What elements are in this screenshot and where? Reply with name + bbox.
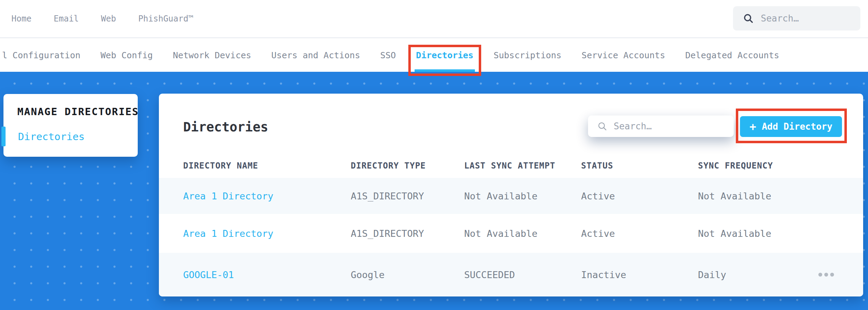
topnav-item-home[interactable]: Home bbox=[11, 14, 32, 24]
top-nav: Home Email Web PhishGuard™ bbox=[0, 0, 868, 38]
last-sync-value: SUCCEEDED bbox=[464, 269, 515, 280]
table-row: Area 1 Directory A1S_DIRECTORY Not Avail… bbox=[159, 214, 863, 253]
tab-email-configuration[interactable]: l Configuration bbox=[2, 50, 80, 60]
active-tab-underline bbox=[415, 69, 475, 72]
page-title: Directories bbox=[183, 120, 268, 135]
tab-directories[interactable]: Directories bbox=[416, 50, 474, 60]
column-header-directory-type: DIRECTORY TYPE bbox=[351, 161, 426, 171]
add-directory-button[interactable]: + Add Directory bbox=[740, 116, 842, 137]
directory-type-value: A1S_DIRECTORY bbox=[351, 228, 424, 239]
topnav-item-email[interactable]: Email bbox=[54, 14, 79, 24]
topnav-item-phishguard[interactable]: PhishGuard™ bbox=[138, 14, 193, 24]
plus-icon: + bbox=[750, 121, 756, 132]
column-header-sync-frequency: SYNC FREQUENCY bbox=[698, 161, 773, 171]
sync-frequency-value: Not Available bbox=[698, 191, 771, 201]
settings-tab-bar: l Configuration Web Config Network Devic… bbox=[0, 39, 868, 72]
sidebar-active-indicator bbox=[1, 127, 6, 146]
column-header-directory-name: DIRECTORY NAME bbox=[183, 161, 258, 171]
content-background: MANAGE DIRECTORIES Directories Directori… bbox=[0, 72, 868, 310]
tab-users-and-actions[interactable]: Users and Actions bbox=[271, 50, 360, 60]
search-icon bbox=[597, 121, 607, 131]
add-directory-label: Add Directory bbox=[762, 121, 833, 132]
search-icon bbox=[743, 13, 754, 24]
sidebar-item-directories[interactable]: Directories bbox=[18, 131, 85, 143]
directory-type-value: Google bbox=[351, 269, 385, 280]
status-value: Active bbox=[581, 191, 615, 201]
topnav-item-web[interactable]: Web bbox=[101, 14, 116, 24]
directories-search[interactable] bbox=[588, 115, 734, 137]
global-search[interactable] bbox=[733, 6, 860, 31]
manage-directories-card: MANAGE DIRECTORIES Directories bbox=[3, 94, 138, 157]
tab-subscriptions[interactable]: Subscriptions bbox=[494, 50, 562, 60]
table-row: GOOGLE-01 Google SUCCEEDED Inactive Dail… bbox=[159, 253, 863, 296]
tab-web-config[interactable]: Web Config bbox=[101, 50, 153, 60]
directories-panel: Directories + Add Directory DIRECTORY NA… bbox=[159, 94, 863, 296]
row-actions-ellipsis-icon[interactable] bbox=[816, 271, 836, 279]
tab-service-accounts[interactable]: Service Accounts bbox=[581, 50, 665, 60]
global-search-input[interactable] bbox=[760, 13, 860, 24]
tab-sso[interactable]: SSO bbox=[380, 50, 396, 60]
status-value: Inactive bbox=[581, 269, 626, 280]
tab-directories-label: Directories bbox=[416, 50, 474, 60]
table-row: Area 1 Directory A1S_DIRECTORY Not Avail… bbox=[159, 178, 863, 214]
directory-name-link[interactable]: Area 1 Directory bbox=[183, 228, 273, 239]
last-sync-value: Not Available bbox=[464, 191, 537, 201]
directory-name-link[interactable]: Area 1 Directory bbox=[183, 191, 273, 201]
sidebar-title: MANAGE DIRECTORIES bbox=[17, 106, 139, 118]
status-value: Active bbox=[581, 228, 615, 239]
column-header-last-sync-attempt: LAST SYNC ATTEMPT bbox=[464, 161, 555, 171]
directory-name-link[interactable]: GOOGLE-01 bbox=[183, 269, 234, 280]
last-sync-value: Not Available bbox=[464, 228, 537, 239]
sync-frequency-value: Daily bbox=[698, 269, 726, 280]
directories-search-input[interactable] bbox=[613, 121, 734, 132]
directory-type-value: A1S_DIRECTORY bbox=[351, 191, 424, 201]
column-header-status: STATUS bbox=[581, 161, 613, 171]
tab-network-devices[interactable]: Network Devices bbox=[173, 50, 251, 60]
sync-frequency-value: Not Available bbox=[698, 228, 771, 239]
tab-delegated-accounts[interactable]: Delegated Accounts bbox=[685, 50, 779, 60]
